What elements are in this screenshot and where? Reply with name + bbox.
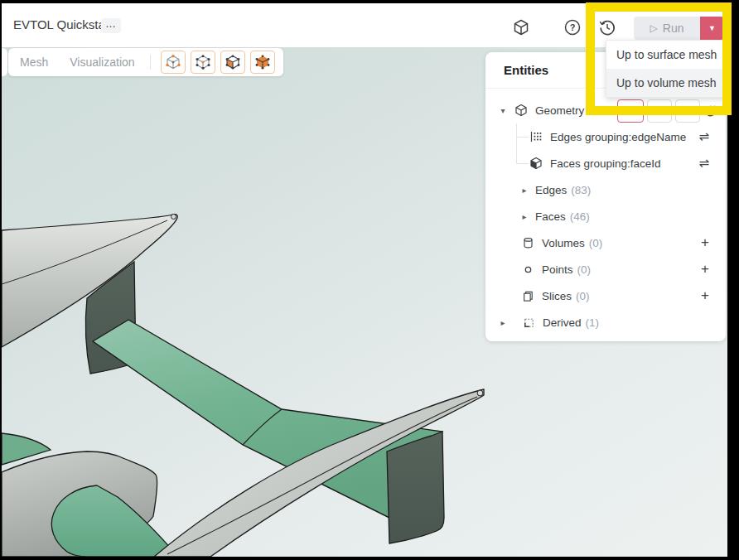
tree-row-slices[interactable]: Slices (0) + [485,282,726,309]
svg-text:?: ? [570,22,576,32]
run-dropdown-menu: Up to surface mesh Up to volume mesh [606,40,729,98]
refresh-icon[interactable] [703,104,717,118]
faces-grouping-icon [529,156,543,171]
wireframe-cube-icon [166,55,181,70]
surface-cube-icon [225,55,240,70]
model-bottom-wing [51,485,178,557]
solid-cube-icon [255,55,270,70]
tree-row-points[interactable]: Points (0) + [485,256,726,282]
swap-grouping-icon[interactable]: ⇌ [698,156,709,171]
tree-label-faces: Faces [535,210,566,223]
run-history-icon[interactable] [598,18,616,36]
caret-collapsed-icon[interactable]: ▸ [499,318,507,327]
run-label: Run [663,22,684,35]
tab-visualization[interactable]: Visualization [70,56,134,69]
display-mode-wireframe-button[interactable] [161,51,186,74]
swap-grouping-icon[interactable]: ⇌ [698,129,709,144]
run-split-button: ▷ Run ▼ [634,17,724,40]
tree-label-edges: Edges [535,184,567,196]
toolbar-divider [150,55,151,70]
play-icon: ▷ [650,23,658,33]
caret-collapsed-icon[interactable]: ▸ [520,212,529,221]
geometry-confirm-button[interactable] [617,99,644,123]
tab-mesh[interactable]: Mesh [20,56,48,69]
entities-title: Entities [504,63,548,77]
add-volume-button[interactable]: + [701,234,709,251]
tree-row-edges-grouping[interactable]: Edges grouping:edgeName ⇌ [485,123,726,150]
edges-count: (83) [571,184,591,196]
geometry-action-button[interactable] [647,99,672,123]
tree-label-points: Points [542,263,573,276]
menu-item-volume-mesh[interactable]: Up to volume mesh [606,69,728,97]
points-cube-icon [196,55,210,70]
slices-count: (0) [576,290,590,302]
run-dropdown-button[interactable]: ▼ [700,17,724,40]
tree-label-faces-grouping: Faces grouping:faceId [550,157,661,170]
tree-row-derived[interactable]: ▸ Derived (1) [485,309,726,336]
caret-collapsed-icon[interactable]: ▸ [520,186,529,195]
help-icon[interactable]: ? [563,18,582,36]
tree-label-volumes: Volumes [542,237,585,249]
points-count: (0) [577,263,592,276]
geometry-box-icon[interactable] [512,18,530,36]
menu-item-surface-mesh[interactable]: Up to surface mesh [606,41,728,69]
tree-row-volumes[interactable]: Volumes (0) + [485,229,726,256]
volumes-icon [520,235,535,250]
display-mode-solid-button[interactable] [250,51,275,74]
caret-down-icon: ▼ [708,24,716,32]
caret-expanded-icon[interactable]: ▾ [499,106,507,115]
volumes-count: (0) [589,237,603,249]
model-lower-pylon [387,432,444,543]
tree-label-derived: Derived [543,316,582,329]
geometry-action-button[interactable] [675,99,700,123]
add-slice-button[interactable]: + [701,287,709,304]
run-button[interactable]: ▷ Run [634,17,700,40]
tree-row-edges[interactable]: ▸ Edges (83) [485,176,726,203]
tree-label-geometry: Geometry [535,104,584,117]
tree-label-edges-grouping: Edges grouping:edgeName [550,131,686,143]
display-mode-surface-button[interactable] [220,51,245,74]
collapsed-panel-handle[interactable] [2,48,7,76]
edges-grouping-icon [529,129,543,144]
slices-icon [520,288,535,303]
tree-row-faces-grouping[interactable]: Faces grouping:faceId ⇌ [485,150,726,176]
geometry-actions [617,99,717,123]
derived-count: (1) [586,316,600,329]
points-icon [520,262,535,277]
project-title: EVTOL Quickstart [13,17,113,31]
derived-icon [521,315,536,330]
faces-count: (46) [570,210,590,223]
tree-row-faces[interactable]: ▸ Faces (46) [485,203,726,229]
add-point-button[interactable]: + [701,261,709,278]
geometry-cube-icon [514,103,529,118]
more-menu-button[interactable]: … [101,18,121,33]
display-mode-points-button[interactable] [191,51,215,74]
view-toolbar: Mesh Visualization [8,48,283,76]
tree-label-slices: Slices [542,290,572,302]
